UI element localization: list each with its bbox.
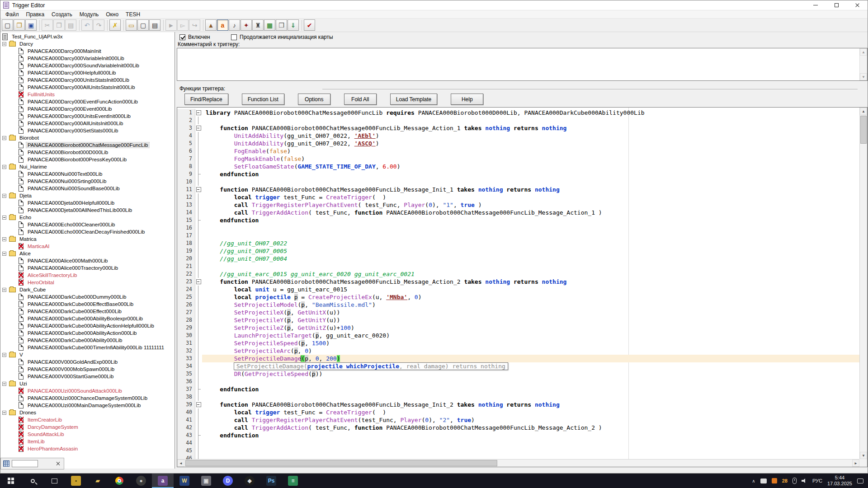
scrollbar-thumb[interactable] <box>185 460 497 466</box>
sound-editor-button[interactable]: ♪ <box>229 19 240 31</box>
campaign-editor-button[interactable]: ♜ <box>252 19 264 31</box>
hidden-icons-chevron[interactable]: ∧ <box>752 479 755 483</box>
code-editor[interactable]: 1library PANACEA000Biorobot000ChatMessag… <box>177 107 868 467</box>
tree-row[interactable]: PANACEA000DarkCube000AbilityBoolexpr000L… <box>0 315 175 322</box>
tree-row[interactable]: PANACEA000V000StartGame000Lib <box>0 373 175 380</box>
comment-input[interactable]: ▲ ▼ <box>177 48 868 81</box>
menu-item[interactable]: Создать <box>48 11 76 18</box>
function-list-button[interactable]: Function List <box>242 94 284 105</box>
object-manager-button[interactable]: ❒ <box>276 19 287 31</box>
tree-row[interactable]: PANACEA000Darcy000AllUnitsInit000Lib <box>0 120 175 127</box>
close-button[interactable] <box>847 0 868 10</box>
app-chrome[interactable] <box>108 474 130 488</box>
volume-icon[interactable] <box>802 478 807 483</box>
menu-item[interactable]: Модуль <box>76 11 103 18</box>
scrollbar-thumb[interactable] <box>860 116 867 144</box>
tree-row[interactable]: PANACEA000V000MobSpawn000Lib <box>0 366 175 373</box>
tree-row[interactable]: PANACEA000Uzi000SoundAttack000Lib <box>0 387 175 394</box>
collapse-icon[interactable] <box>2 194 6 198</box>
tree-row[interactable]: Dark_Cube <box>0 286 175 293</box>
collapse-icon[interactable] <box>2 382 6 386</box>
tree-row[interactable]: PANACEA000Uzi000ChanceDamageSystem000Lib <box>0 394 175 402</box>
tree-row[interactable]: PANACEA000Darcy000SetStats000Lib <box>0 127 175 134</box>
undo-button[interactable]: ↶ <box>81 19 93 31</box>
app-explorer[interactable]: ▰ <box>87 474 108 488</box>
language-indicator[interactable]: РУС <box>812 478 822 483</box>
collapse-icon[interactable] <box>2 252 6 256</box>
tree-row[interactable]: Nui_Harime <box>0 163 175 170</box>
tree-row[interactable]: PANACEA000Nui000SoundBase000Lib <box>0 185 175 192</box>
load-template-button[interactable]: Load Template <box>390 94 438 105</box>
tree-row[interactable]: Drones <box>0 409 175 416</box>
cut-button[interactable]: ✂ <box>42 19 53 31</box>
tree-row[interactable]: ItemLib <box>0 438 175 445</box>
tree-row[interactable]: PANACEA000DarkCube000Ability000Lib <box>0 337 175 344</box>
tree-row[interactable]: PANACEA000Echo000CleanDecayFinished000Li… <box>0 228 175 235</box>
collapse-icon[interactable] <box>2 136 6 140</box>
app-gray-tool[interactable]: ▣ <box>195 474 217 488</box>
tree-row[interactable]: PANACEA000Darcy000UnitsStatsInit000Lib <box>0 76 175 84</box>
tree-row[interactable]: Alice <box>0 250 175 257</box>
tree-row[interactable]: PANACEA000Darcy000MainInit <box>0 47 175 55</box>
tree-row[interactable]: PANACEA000Darcy000Event000Lib <box>0 105 175 113</box>
new-comment-button[interactable]: ▤ <box>149 19 160 31</box>
tree-row[interactable]: PANACEA000Echo000Cleaner000Lib <box>0 221 175 228</box>
tree-row[interactable]: PANACEA000Nui000Srting000Lib <box>0 178 175 185</box>
tree-row[interactable]: PANACEA000Darcy000Helpfull000Lib <box>0 69 175 76</box>
editor-vertical-scrollbar[interactable]: ▲ ▼ <box>859 108 867 459</box>
fold-collapse-icon[interactable] <box>195 401 202 408</box>
tree-row[interactable]: Biorobot <box>0 134 175 141</box>
new-file-button[interactable]: ▢ <box>2 19 13 31</box>
app-photoshop[interactable]: Ps <box>260 474 282 488</box>
tree-row[interactable]: PANACEA000Djeta000Helpfull000Lib <box>0 199 175 206</box>
close-icon[interactable] <box>55 460 61 467</box>
tree-row[interactable]: PANACEA000Biorobot000ChatMessage000FuncL… <box>0 141 175 149</box>
tree-row[interactable]: PANACEA000DarkCube000Effect000Lib <box>0 308 175 315</box>
find-replace-button[interactable]: Find/Replace <box>184 94 228 105</box>
menu-item[interactable]: TESH <box>122 11 144 18</box>
delete-button[interactable]: ✗ <box>109 19 121 31</box>
ai-editor-button[interactable]: ▦ <box>264 19 275 31</box>
new-category-button[interactable]: ▭ <box>126 19 137 31</box>
tree-row[interactable]: PANACEA000Darcy000SoundVariableInit000Li… <box>0 62 175 69</box>
fold-collapse-icon[interactable] <box>195 278 202 286</box>
help-button[interactable]: Help <box>451 94 483 105</box>
enabled-checkbox[interactable]: Включен <box>179 34 210 40</box>
task-view-button[interactable] <box>43 474 65 488</box>
minimize-button[interactable] <box>805 0 826 10</box>
tree-row[interactable]: PANACEA000Uzi000MainDamageSystem000Lib <box>0 402 175 409</box>
fold-all-button[interactable]: Fold All <box>344 94 377 105</box>
redo-button[interactable]: ↷ <box>93 19 104 31</box>
mouse-tray-icon[interactable] <box>793 478 797 484</box>
tree-row[interactable]: PANACEA000Djeta000AllNeedThisLib000Lib <box>0 206 175 214</box>
app-trigger-editor[interactable]: a <box>152 474 174 488</box>
tree-row[interactable]: PANACEA000DarkCube000Dummy000Lib <box>0 293 175 300</box>
tree-row[interactable]: PANACEA000Darcy000EventFuncAction000Lib <box>0 98 175 105</box>
collapse-icon[interactable] <box>2 165 6 169</box>
tree-row[interactable]: DarcyDamageSystem <box>0 423 175 431</box>
syntax-check-button[interactable]: ✔ <box>304 19 315 31</box>
tree-row[interactable]: MarticaAI <box>0 243 175 250</box>
tree-row[interactable]: PANACEA000DarkCube000AbilityAction000Lib <box>0 329 175 337</box>
trigger-editor-button[interactable]: a <box>217 19 228 31</box>
editor-horizontal-scrollbar[interactable]: ◄ ► <box>177 459 859 467</box>
terrain-editor-button[interactable]: ▲ <box>205 19 217 31</box>
object-editor-button[interactable]: ✦ <box>241 19 252 31</box>
collapse-icon[interactable] <box>2 288 6 292</box>
tree-row[interactable]: SoundAttackLib <box>0 431 175 438</box>
tree-row[interactable]: PANACEA000Alice000Traectory000Lib <box>0 264 175 272</box>
app-lock[interactable]: ▪ <box>65 474 87 488</box>
tree-row[interactable]: HeroOrbital <box>0 279 175 286</box>
orange-tray-icon[interactable] <box>772 478 777 483</box>
step-button[interactable]: ↪ <box>189 19 200 31</box>
tree-row[interactable]: PANACEA000DarkCube000TimerInfiAbility000… <box>0 344 175 351</box>
tree-row[interactable]: ItemCreatorLib <box>0 416 175 423</box>
collapse-icon[interactable] <box>2 42 6 46</box>
tree-row[interactable]: AliceSkillTraectoryLib <box>0 272 175 279</box>
app-warcraft[interactable]: W <box>174 474 195 488</box>
menu-item[interactable]: Окно <box>102 11 122 18</box>
run-button[interactable]: ► <box>165 19 177 31</box>
tree-row[interactable]: Djeta <box>0 192 175 199</box>
collapse-icon[interactable] <box>2 237 6 241</box>
collapse-icon[interactable] <box>2 353 6 357</box>
